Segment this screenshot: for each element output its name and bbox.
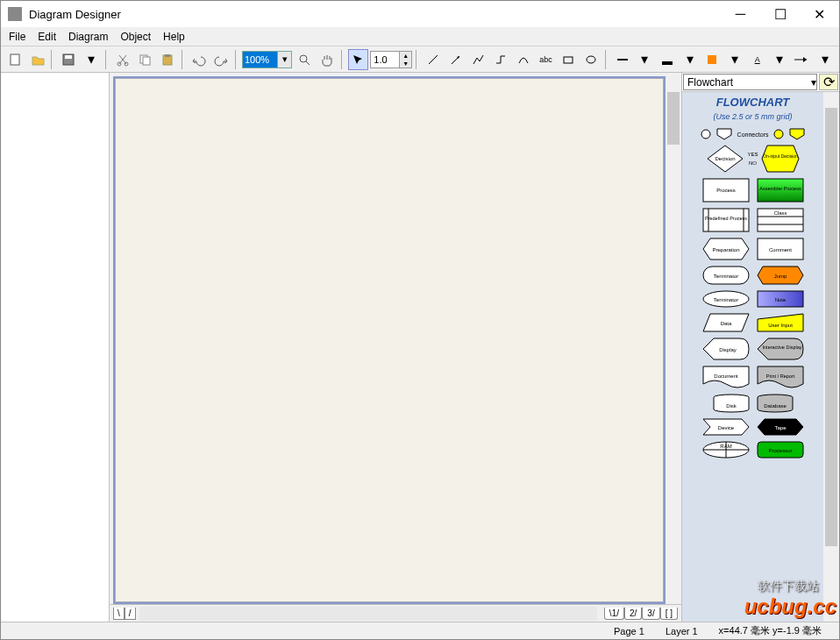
connector-circle-white[interactable] xyxy=(701,129,711,139)
shape-tape[interactable]: Tape xyxy=(756,417,805,437)
shape-terminator-rect[interactable]: Terminator xyxy=(701,265,751,286)
line-style-button[interactable] xyxy=(612,49,633,70)
text-color-button[interactable]: A xyxy=(747,49,768,70)
line-style-drop[interactable]: ▾ xyxy=(634,49,655,70)
page-tab-1[interactable]: \1/ xyxy=(604,608,624,620)
tab-nav-first[interactable]: \ xyxy=(113,608,125,620)
rect-tool[interactable] xyxy=(558,49,579,70)
shape-display[interactable]: Display xyxy=(701,337,751,361)
shape-processor[interactable]: Processor xyxy=(756,440,805,459)
text-tool[interactable]: abc xyxy=(536,49,557,70)
save-button[interactable] xyxy=(58,49,79,70)
left-panel xyxy=(1,73,110,622)
line-color-button[interactable] xyxy=(657,49,678,70)
shape-user-input[interactable]: User Input xyxy=(756,312,805,333)
shape-print-report[interactable]: Print / Report xyxy=(756,365,805,389)
line-tool[interactable] xyxy=(423,49,444,70)
svg-text:Jump: Jump xyxy=(773,274,787,279)
cut-button[interactable] xyxy=(112,49,133,70)
save-dropdown[interactable]: ▾ xyxy=(81,49,102,70)
shape-database[interactable]: Database xyxy=(756,393,794,414)
shape-disk[interactable]: Disk xyxy=(712,393,751,414)
open-button[interactable] xyxy=(27,49,48,70)
stencil-refresh-button[interactable]: ⟳ xyxy=(819,74,838,90)
svg-rect-8 xyxy=(165,54,170,57)
fill-color-button[interactable] xyxy=(701,49,723,70)
maximize-button[interactable]: ☐ xyxy=(760,1,800,27)
stencil-dropdown[interactable]: Flowchart▾ xyxy=(683,74,817,90)
close-button[interactable]: ✕ xyxy=(800,1,839,27)
line-width-input[interactable] xyxy=(371,54,399,65)
menu-diagram[interactable]: Diagram xyxy=(62,28,114,46)
paste-button[interactable] xyxy=(157,49,178,70)
shape-process[interactable]: Process xyxy=(701,177,751,203)
fill-color-drop[interactable]: ▾ xyxy=(724,49,745,70)
shape-oninput-decision[interactable]: On-input Decision xyxy=(760,144,801,174)
page-tab-2[interactable]: 2/ xyxy=(624,608,642,620)
drawing-canvas[interactable] xyxy=(113,76,666,604)
svg-text:On-input Decision: On-input Decision xyxy=(763,153,798,159)
stencil-scrollbar[interactable] xyxy=(823,92,839,622)
shape-comment[interactable]: Comment xyxy=(756,237,805,261)
arrow-style-drop[interactable]: ▾ xyxy=(815,49,836,70)
pointer-tool[interactable] xyxy=(348,49,369,70)
svg-point-14 xyxy=(587,56,595,63)
zoom-select[interactable]: 100%▾ xyxy=(242,51,292,68)
connectors-label: Connectors xyxy=(737,132,769,138)
no-label: NO xyxy=(749,160,757,166)
shape-decision[interactable]: Decision xyxy=(705,144,745,174)
shape-note[interactable]: Note xyxy=(756,289,805,309)
status-coords: x=44.7 毫米 y=-1.9 毫米 xyxy=(719,624,822,637)
page-tab-add[interactable]: [ ] xyxy=(660,608,678,620)
line-color-drop[interactable]: ▾ xyxy=(680,49,701,70)
arrow-style-button[interactable] xyxy=(792,49,813,70)
connector-tool[interactable] xyxy=(490,49,511,70)
new-button[interactable] xyxy=(4,49,25,70)
svg-point-20 xyxy=(774,130,783,139)
arrow-tool[interactable] xyxy=(445,49,466,70)
svg-line-11 xyxy=(429,55,438,64)
svg-text:Terminator: Terminator xyxy=(713,274,737,279)
canvas-vertical-scrollbar[interactable] xyxy=(666,76,681,604)
connector-circle-yellow[interactable] xyxy=(773,129,784,139)
shape-ram[interactable]: RAM xyxy=(701,440,751,459)
redo-button[interactable] xyxy=(210,49,231,70)
shape-predefined-process[interactable]: Predefined Process xyxy=(701,207,751,233)
text-color-drop[interactable]: ▾ xyxy=(769,49,790,70)
shape-interactive-display[interactable]: Interactive Display xyxy=(756,337,805,361)
minimize-button[interactable]: ─ xyxy=(721,1,760,27)
menu-file[interactable]: File xyxy=(3,28,32,46)
curve-tool[interactable] xyxy=(513,49,534,70)
shape-class[interactable]: Class xyxy=(756,207,805,233)
shape-data[interactable]: Data xyxy=(701,312,751,333)
toolbar: ▾ 100%▾ ▲▼ abc ▾ ▾ ▾ A ▾ ▾ xyxy=(1,46,839,73)
stencil-pane: FLOWCHART (Use 2.5 or 5 mm grid) Connect… xyxy=(682,92,839,622)
svg-text:Decision: Decision xyxy=(715,156,736,161)
app-icon xyxy=(8,7,22,21)
shape-terminator-oval[interactable]: Terminator xyxy=(701,289,751,309)
copy-button[interactable] xyxy=(134,49,155,70)
menu-help[interactable]: Help xyxy=(157,28,191,46)
undo-button[interactable] xyxy=(189,49,210,70)
menu-edit[interactable]: Edit xyxy=(32,28,62,46)
shape-assembler-process[interactable]: Assembler Process xyxy=(756,177,805,203)
connector-pentagon-yellow[interactable] xyxy=(789,128,805,140)
polyline-tool[interactable] xyxy=(468,49,489,70)
shape-document[interactable]: Document xyxy=(701,365,751,389)
shape-preparation[interactable]: Preparation xyxy=(701,237,751,261)
svg-text:Terminator: Terminator xyxy=(713,297,737,302)
ellipse-tool[interactable] xyxy=(580,49,602,70)
shape-jump[interactable]: Jump xyxy=(756,265,805,286)
page-tab-3[interactable]: 3/ xyxy=(642,608,659,620)
status-layer: Layer 1 xyxy=(666,626,698,636)
canvas-horizontal-scrollbar[interactable] xyxy=(139,607,597,621)
tab-nav-prev[interactable]: / xyxy=(125,608,136,620)
line-width-spinner[interactable]: ▲▼ xyxy=(370,51,412,68)
connector-pentagon-white[interactable] xyxy=(716,128,732,140)
svg-rect-13 xyxy=(564,57,573,63)
shape-device[interactable]: Device xyxy=(701,417,751,437)
pan-tool[interactable] xyxy=(317,49,338,70)
menu-object[interactable]: Object xyxy=(114,28,157,46)
zoom-tool[interactable] xyxy=(294,49,315,70)
svg-rect-17 xyxy=(708,55,716,64)
